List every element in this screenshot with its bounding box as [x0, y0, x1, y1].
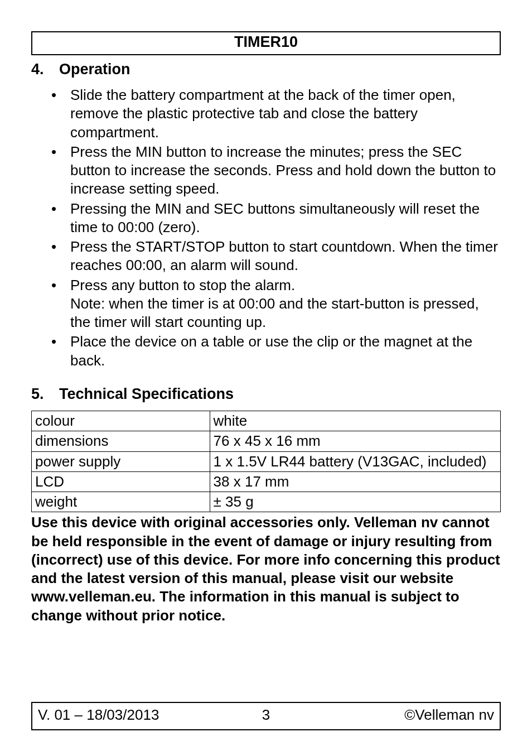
footer-copyright: ©Velleman nv: [342, 706, 494, 724]
operation-list: Slide the battery compartment at the bac…: [31, 86, 501, 370]
spec-label: dimensions: [32, 431, 210, 451]
specifications-table: colour white dimensions 76 x 45 x 16 mm …: [31, 411, 501, 512]
document-header-box: TIMER10: [31, 31, 501, 55]
list-item: Slide the battery compartment at the bac…: [51, 86, 501, 142]
section5-number: 5.: [31, 386, 59, 403]
spec-value: 38 x 17 mm: [210, 471, 500, 492]
section4-title: Operation: [59, 61, 130, 78]
document-title: TIMER10: [32, 33, 500, 51]
footer-version: V. 01 – 18/03/2013: [38, 706, 190, 724]
list-item: Press any button to stop the alarm. Note…: [51, 276, 501, 332]
spec-value: 76 x 45 x 16 mm: [210, 431, 500, 451]
table-row: weight ± 35 g: [32, 492, 501, 512]
spec-value: white: [210, 411, 500, 431]
spec-value: ± 35 g: [210, 492, 500, 512]
table-row: LCD 38 x 17 mm: [32, 471, 501, 492]
section4-heading: 4. Operation: [31, 61, 501, 78]
document-page: TIMER10 4. Operation Slide the battery c…: [0, 0, 532, 756]
list-item: Pressing the MIN and SEC buttons simulta…: [51, 200, 501, 237]
table-row: power supply 1 x 1.5V LR44 battery (V13G…: [32, 451, 501, 471]
list-item: Place the device on a table or use the c…: [51, 333, 501, 370]
table-row: dimensions 76 x 45 x 16 mm: [32, 431, 501, 451]
disclaimer-text: Use this device with original accessorie…: [31, 513, 501, 625]
spec-label: colour: [32, 411, 210, 431]
table-row: colour white: [32, 411, 501, 431]
list-item: Press the MIN button to increase the min…: [51, 143, 501, 199]
section4-number: 4.: [31, 61, 59, 78]
spec-label: weight: [32, 492, 210, 512]
footer-page-number: 3: [190, 706, 342, 724]
spec-value: 1 x 1.5V LR44 battery (V13GAC, included): [210, 451, 500, 471]
spec-label: LCD: [32, 471, 210, 492]
section5-heading: 5. Technical Specifications: [31, 386, 501, 403]
section5-title: Technical Specifications: [59, 386, 234, 403]
list-item: Press the START/STOP button to start cou…: [51, 238, 501, 275]
document-footer: V. 01 – 18/03/2013 3 ©Velleman nv: [31, 702, 501, 730]
spec-label: power supply: [32, 451, 210, 471]
